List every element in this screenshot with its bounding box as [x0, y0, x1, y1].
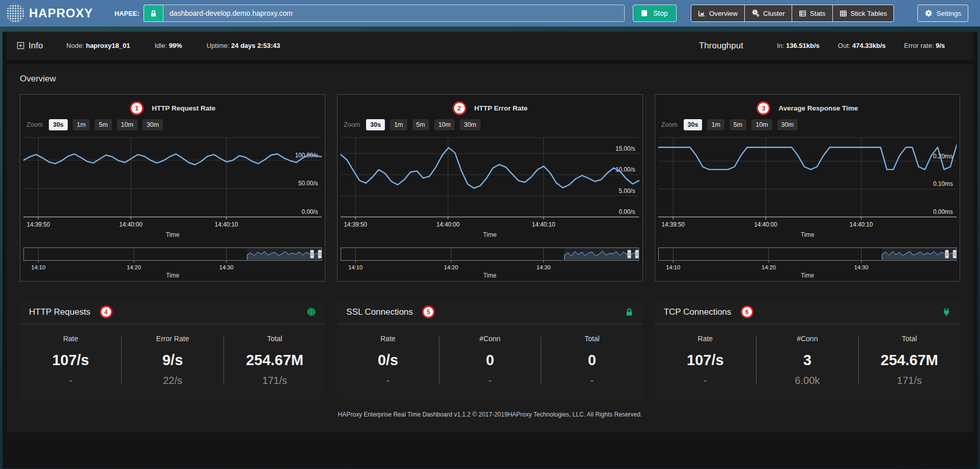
- zoom-30m-button[interactable]: 30m: [460, 119, 480, 130]
- chart-title: HTTP Request Rate: [152, 104, 215, 112]
- svg-text:14:10: 14:10: [349, 264, 363, 270]
- stat-error-rate: Error Rate 9/s 22/s: [122, 335, 223, 387]
- zoom-10m-button[interactable]: 10m: [117, 119, 137, 130]
- list-table-icon: [799, 10, 806, 17]
- stat-cards-row: HTTP Requests 4 Rate 107/s - Error Rate: [20, 300, 960, 399]
- chart-panel-http-request-rate: 1 HTTP Request Rate Zoom 30s 1m 5m 10m 3…: [20, 94, 325, 282]
- svg-text:14:40:10: 14:40:10: [532, 221, 555, 228]
- zoom-1m-button[interactable]: 1m: [390, 119, 407, 130]
- svg-text:14:20: 14:20: [444, 264, 458, 270]
- nav-overview-button[interactable]: Overview: [691, 5, 745, 22]
- gear-icon: [925, 9, 933, 17]
- chart-title: HTTP Error Rate: [474, 104, 528, 112]
- annotation-badge-5: 5: [422, 306, 435, 318]
- svg-text:10.00/s: 10.00/s: [615, 166, 635, 173]
- stat-total: Total 254.67M 171/s: [859, 335, 960, 387]
- annotation-badge-1: 1: [130, 101, 144, 115]
- http-request-rate-chart[interactable]: 0.00/s50.00/s100.00/s14:39:5014:40:0014:…: [23, 135, 322, 245]
- zoom-10m-button[interactable]: 10m: [751, 119, 772, 130]
- zoom-controls: Zoom 30s 1m 5m 10m 30m: [344, 119, 639, 130]
- svg-text:14:20: 14:20: [762, 264, 776, 270]
- svg-text:14:40:00: 14:40:00: [754, 221, 777, 228]
- chart-range-navigator[interactable]: 14:1014:2014:30Time: [341, 247, 639, 280]
- card-http-requests: HTTP Requests 4 Rate 107/s - Error Rate: [20, 300, 325, 399]
- footer-copyright: HAProxy Enterprise Real Time Dashboard v…: [7, 411, 973, 423]
- plug-icon: [942, 308, 951, 317]
- svg-text:0.10ms: 0.10ms: [933, 180, 953, 187]
- svg-text:0.00ms: 0.00ms: [933, 208, 953, 215]
- throughput-group: Throughput In: 136.51kb/s Out: 474.33kb/…: [699, 41, 963, 51]
- svg-text:14:20: 14:20: [127, 264, 141, 270]
- http-error-rate-chart[interactable]: 0.00/s5.00/s10.00/s15.00/s14:39:5014:40:…: [341, 135, 639, 245]
- annotation-badge-2: 2: [453, 101, 466, 115]
- zoom-label: Zoom: [661, 121, 678, 128]
- svg-text:14:39:50: 14:39:50: [344, 221, 368, 228]
- hapee-label: HAPEE:: [115, 10, 139, 17]
- zoom-controls: Zoom 30s 1m 5m 10m 30m: [661, 119, 957, 130]
- zoom-5m-button[interactable]: 5m: [95, 119, 111, 130]
- zoom-30s-button[interactable]: 30s: [366, 119, 385, 130]
- zoom-5m-button[interactable]: 5m: [730, 119, 746, 130]
- stat-conn: #Conn 0 -: [439, 335, 541, 387]
- stop-button[interactable]: Stop: [633, 5, 677, 22]
- svg-text:14:40:00: 14:40:00: [119, 221, 143, 228]
- zoom-30m-button[interactable]: 30m: [777, 119, 798, 130]
- svg-text:14:10: 14:10: [666, 264, 680, 270]
- main-nav: Overview Cluster Stats Stick Tables: [691, 5, 894, 22]
- nav-stick-tables-button[interactable]: Stick Tables: [832, 5, 894, 22]
- chart-range-navigator[interactable]: 14:1014:2014:30Time: [23, 247, 322, 280]
- card-tcp-connections: TCP Connections 6 Rate 107/s - #Conn: [655, 300, 960, 399]
- section-title: Overview: [20, 74, 973, 84]
- zoom-1m-button[interactable]: 1m: [707, 119, 724, 130]
- chart-area-icon: [698, 10, 706, 17]
- brand: HAPROXY: [6, 4, 93, 22]
- svg-text:Time: Time: [800, 231, 814, 238]
- svg-text:14:30: 14:30: [219, 264, 234, 270]
- chart-panel-http-error-rate: 2 HTTP Error Rate Zoom 30s 1m 5m 10m 30m…: [337, 94, 642, 282]
- svg-text:14:40:10: 14:40:10: [215, 221, 238, 228]
- zoom-30s-button[interactable]: 30s: [49, 119, 68, 130]
- chart-range-navigator[interactable]: 14:1014:2014:30Time: [658, 247, 957, 280]
- average-response-time-chart[interactable]: 0.00ms0.10ms0.20ms14:39:5014:40:0014:40:…: [658, 135, 957, 245]
- zoom-5m-button[interactable]: 5m: [412, 119, 429, 130]
- chart-panel-average-response-time: 3 Average Response Time Zoom 30s 1m 5m 1…: [655, 94, 960, 282]
- svg-text:14:40:10: 14:40:10: [850, 221, 873, 228]
- chart-title: Average Response Time: [778, 104, 858, 112]
- card-title: SSL Connections: [346, 307, 413, 317]
- zoom-controls: Zoom 30s 1m 5m 10m 30m: [26, 119, 322, 130]
- zoom-label: Zoom: [344, 121, 360, 128]
- gears-icon: [751, 9, 760, 17]
- stat-conn: #Conn 3 6.00k: [757, 335, 858, 387]
- error-rate-info: Error rate: 9/s: [904, 42, 945, 49]
- svg-text:14:30: 14:30: [537, 264, 551, 270]
- nav-cluster-button[interactable]: Cluster: [744, 5, 792, 22]
- throughput-in: In: 136.51kb/s: [777, 42, 820, 49]
- settings-button[interactable]: Settings: [917, 5, 968, 22]
- svg-text:Time: Time: [801, 272, 814, 279]
- svg-text:Time: Time: [166, 272, 179, 279]
- nav-stats-button[interactable]: Stats: [792, 5, 833, 22]
- zoom-30s-button[interactable]: 30s: [684, 119, 703, 130]
- node-info: Node: haproxy18_01: [66, 42, 130, 49]
- svg-text:14:30: 14:30: [854, 264, 868, 270]
- lock-icon: [144, 5, 163, 22]
- svg-text:Time: Time: [166, 231, 180, 238]
- info-expander[interactable]: Info: [17, 41, 43, 51]
- zoom-1m-button[interactable]: 1m: [73, 119, 90, 130]
- svg-text:14:39:50: 14:39:50: [661, 221, 685, 228]
- annotation-badge-6: 6: [741, 306, 753, 318]
- stat-rate: Rate 0/s -: [337, 335, 438, 387]
- stop-label: Stop: [653, 9, 668, 17]
- brand-name: HAPROXY: [29, 6, 93, 20]
- zoom-10m-button[interactable]: 10m: [434, 119, 455, 130]
- charts-row: 1 HTTP Request Rate Zoom 30s 1m 5m 10m 3…: [20, 94, 960, 282]
- svg-text:0.00/s: 0.00/s: [619, 208, 635, 215]
- globe-icon: [306, 307, 316, 317]
- stat-rate: Rate 107/s -: [655, 335, 756, 387]
- overview-section: Overview 1 HTTP Request Rate Zoom 30s 1m…: [7, 65, 973, 432]
- svg-text:0.00/s: 0.00/s: [302, 208, 318, 215]
- url-input[interactable]: [163, 5, 625, 22]
- svg-text:14:10: 14:10: [31, 264, 45, 270]
- zoom-30m-button[interactable]: 30m: [143, 119, 163, 130]
- annotation-badge-4: 4: [100, 306, 113, 318]
